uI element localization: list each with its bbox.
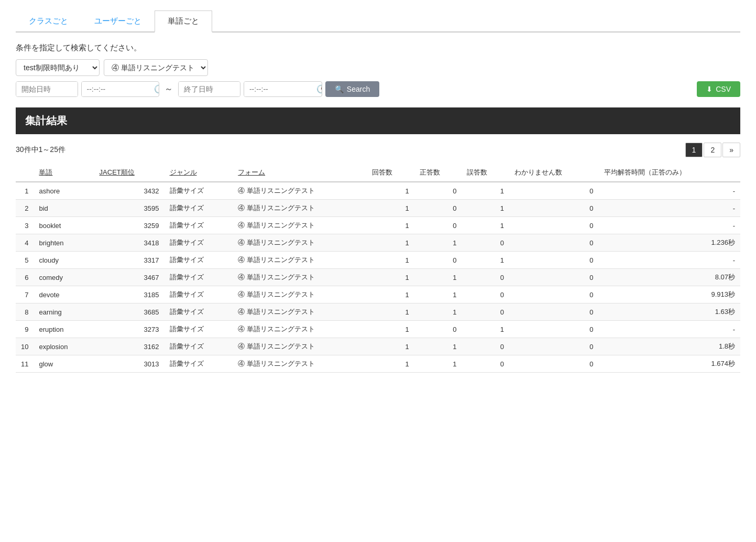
download-icon: ⬇: [706, 85, 713, 93]
end-date-wrap: [178, 81, 240, 97]
table-row: 2bid3595語彙サイズ④ 単語リスニングテスト1010-: [16, 200, 740, 217]
start-time-input[interactable]: [82, 82, 150, 96]
csv-download-button[interactable]: ⬇ CSV: [697, 81, 740, 97]
csv-button-label: CSV: [716, 85, 731, 93]
tab-class[interactable]: クラスごと: [16, 10, 81, 31]
col-word[interactable]: 単語: [34, 164, 94, 182]
start-date-wrap: [16, 81, 78, 97]
table-row: 10explosion3162語彙サイズ④ 単語リスニングテスト11001.8秒: [16, 338, 740, 355]
col-correct: 正答数: [414, 164, 462, 182]
end-time-input[interactable]: [244, 82, 312, 96]
search-button[interactable]: 🔍 Search: [325, 81, 379, 97]
table-row: 9eruption3273語彙サイズ④ 単語リスニングテスト1010-: [16, 321, 740, 338]
date-filter-row: 🕐 ～ 🕐 🔍 Search ⬇ CSV: [16, 81, 740, 97]
end-time-wrap: 🕐: [244, 81, 322, 97]
start-time-wrap: 🕐: [81, 81, 160, 97]
filter-row: test制限時間あり ④ 単語リスニングテスト: [16, 59, 740, 76]
search-button-label: Search: [347, 85, 370, 93]
class-filter-select[interactable]: test制限時間あり: [16, 59, 100, 76]
table-row: 7devote3185語彙サイズ④ 単語リスニングテスト11009.913秒: [16, 286, 740, 303]
col-jacet[interactable]: JACET順位: [94, 164, 165, 182]
page-next-button[interactable]: »: [722, 143, 740, 157]
table-row: 11glow3013語彙サイズ④ 単語リスニングテスト11001.674秒: [16, 355, 740, 373]
page-2-button[interactable]: 2: [704, 143, 721, 157]
tab-bar: クラスごと ユーザーごと 単語ごと: [16, 10, 740, 32]
results-title: 集計結果: [25, 114, 731, 128]
start-date-input[interactable]: [16, 82, 78, 96]
end-clock-icon[interactable]: 🕐: [312, 84, 322, 94]
results-count: 30件中1～25件: [16, 145, 65, 155]
table-row: 4brighten3418語彙サイズ④ 単語リスニングテスト11001.236秒: [16, 234, 740, 252]
tilde-separator: ～: [162, 84, 175, 95]
col-avg-time: 平均解答時間（正答のみ）: [599, 164, 740, 182]
table-row: 1ashore3432語彙サイズ④ 単語リスニングテスト1010-: [16, 182, 740, 200]
col-unknown: わかりません数: [509, 164, 599, 182]
page-1-button[interactable]: 1: [685, 143, 703, 157]
results-header: 集計結果: [16, 107, 740, 134]
table-row: 6comedy3467語彙サイズ④ 単語リスニングテスト11008.07秒: [16, 269, 740, 286]
col-answers: 回答数: [367, 164, 414, 182]
end-date-input[interactable]: [179, 82, 240, 96]
form-filter-select[interactable]: ④ 単語リスニングテスト: [104, 59, 208, 76]
col-num: [16, 164, 34, 182]
search-instruction: 条件を指定して検索してください。: [16, 43, 740, 53]
results-table: 単語 JACET順位 ジャンル フォーム 回答数 正答数 誤答数 わかりません数…: [16, 164, 740, 373]
col-form[interactable]: フォーム: [233, 164, 367, 182]
col-genre[interactable]: ジャンル: [165, 164, 233, 182]
tab-word[interactable]: 単語ごと: [155, 10, 212, 32]
table-row: 5cloudy3317語彙サイズ④ 単語リスニングテスト1010-: [16, 252, 740, 269]
search-icon: 🔍: [335, 85, 344, 93]
results-info-row: 30件中1～25件 1 2 »: [16, 143, 740, 157]
start-clock-icon[interactable]: 🕐: [150, 84, 160, 94]
table-row: 3booklet3259語彙サイズ④ 単語リスニングテスト1010-: [16, 217, 740, 234]
tab-user[interactable]: ユーザーごと: [81, 10, 155, 31]
table-header-row: 単語 JACET順位 ジャンル フォーム 回答数 正答数 誤答数 わかりません数…: [16, 164, 740, 182]
col-wrong: 誤答数: [462, 164, 509, 182]
pagination: 1 2 »: [685, 143, 740, 157]
table-row: 8earning3685語彙サイズ④ 単語リスニングテスト11001.63秒: [16, 303, 740, 321]
